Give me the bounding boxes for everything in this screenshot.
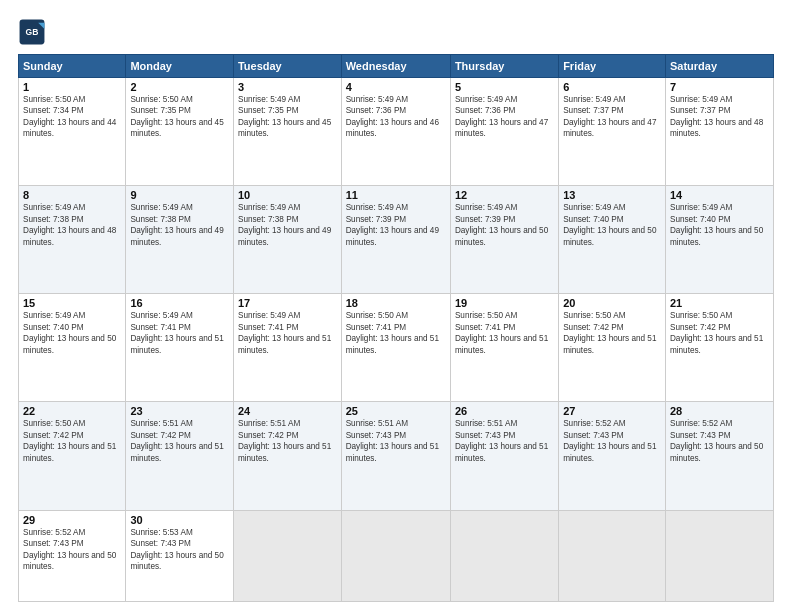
table-row: 3 Sunrise: 5:49 AMSunset: 7:35 PMDayligh…: [233, 78, 341, 186]
table-row: 21 Sunrise: 5:50 AMSunset: 7:42 PMDaylig…: [665, 294, 773, 402]
table-row: 4 Sunrise: 5:49 AMSunset: 7:36 PMDayligh…: [341, 78, 450, 186]
table-row: 6 Sunrise: 5:49 AMSunset: 7:37 PMDayligh…: [559, 78, 666, 186]
empty-cell: [341, 510, 450, 601]
calendar-week-3: 15 Sunrise: 5:49 AMSunset: 7:40 PMDaylig…: [19, 294, 774, 402]
table-row: 11 Sunrise: 5:49 AMSunset: 7:39 PMDaylig…: [341, 186, 450, 294]
table-row: 25 Sunrise: 5:51 AMSunset: 7:43 PMDaylig…: [341, 402, 450, 510]
table-row: 1 Sunrise: 5:50 AMSunset: 7:34 PMDayligh…: [19, 78, 126, 186]
calendar-week-1: 1 Sunrise: 5:50 AMSunset: 7:34 PMDayligh…: [19, 78, 774, 186]
table-row: 23 Sunrise: 5:51 AMSunset: 7:42 PMDaylig…: [126, 402, 234, 510]
col-wednesday: Wednesday: [341, 55, 450, 78]
table-row: 15 Sunrise: 5:49 AMSunset: 7:40 PMDaylig…: [19, 294, 126, 402]
table-row: 16 Sunrise: 5:49 AMSunset: 7:41 PMDaylig…: [126, 294, 234, 402]
table-row: 5 Sunrise: 5:49 AMSunset: 7:36 PMDayligh…: [450, 78, 558, 186]
col-monday: Monday: [126, 55, 234, 78]
table-row: 29 Sunrise: 5:52 AMSunset: 7:43 PMDaylig…: [19, 510, 126, 601]
table-row: 19 Sunrise: 5:50 AMSunset: 7:41 PMDaylig…: [450, 294, 558, 402]
table-row: 18 Sunrise: 5:50 AMSunset: 7:41 PMDaylig…: [341, 294, 450, 402]
col-saturday: Saturday: [665, 55, 773, 78]
col-thursday: Thursday: [450, 55, 558, 78]
table-row: 30 Sunrise: 5:53 AMSunset: 7:43 PMDaylig…: [126, 510, 234, 601]
table-row: 14 Sunrise: 5:49 AMSunset: 7:40 PMDaylig…: [665, 186, 773, 294]
table-row: 7 Sunrise: 5:49 AMSunset: 7:37 PMDayligh…: [665, 78, 773, 186]
table-row: 13 Sunrise: 5:49 AMSunset: 7:40 PMDaylig…: [559, 186, 666, 294]
calendar-table: Sunday Monday Tuesday Wednesday Thursday…: [18, 54, 774, 602]
table-row: 17 Sunrise: 5:49 AMSunset: 7:41 PMDaylig…: [233, 294, 341, 402]
table-row: 9 Sunrise: 5:49 AMSunset: 7:38 PMDayligh…: [126, 186, 234, 294]
table-row: 22 Sunrise: 5:50 AMSunset: 7:42 PMDaylig…: [19, 402, 126, 510]
table-row: 28 Sunrise: 5:52 AMSunset: 7:43 PMDaylig…: [665, 402, 773, 510]
logo-icon: GB: [18, 18, 46, 46]
col-friday: Friday: [559, 55, 666, 78]
svg-text:GB: GB: [26, 27, 39, 37]
col-tuesday: Tuesday: [233, 55, 341, 78]
empty-cell: [559, 510, 666, 601]
table-row: 10 Sunrise: 5:49 AMSunset: 7:38 PMDaylig…: [233, 186, 341, 294]
empty-cell: [665, 510, 773, 601]
calendar-week-5: 29 Sunrise: 5:52 AMSunset: 7:43 PMDaylig…: [19, 510, 774, 601]
logo: GB: [18, 18, 50, 46]
table-row: 24 Sunrise: 5:51 AMSunset: 7:42 PMDaylig…: [233, 402, 341, 510]
calendar-week-4: 22 Sunrise: 5:50 AMSunset: 7:42 PMDaylig…: [19, 402, 774, 510]
table-row: 20 Sunrise: 5:50 AMSunset: 7:42 PMDaylig…: [559, 294, 666, 402]
empty-cell: [450, 510, 558, 601]
table-row: 8 Sunrise: 5:49 AMSunset: 7:38 PMDayligh…: [19, 186, 126, 294]
header: GB: [18, 18, 774, 46]
empty-cell: [233, 510, 341, 601]
day-header-row: Sunday Monday Tuesday Wednesday Thursday…: [19, 55, 774, 78]
table-row: 12 Sunrise: 5:49 AMSunset: 7:39 PMDaylig…: [450, 186, 558, 294]
col-sunday: Sunday: [19, 55, 126, 78]
calendar-week-2: 8 Sunrise: 5:49 AMSunset: 7:38 PMDayligh…: [19, 186, 774, 294]
calendar-page: GB Sunday Monday Tuesday Wednesday Thurs…: [0, 0, 792, 612]
table-row: 26 Sunrise: 5:51 AMSunset: 7:43 PMDaylig…: [450, 402, 558, 510]
table-row: 2 Sunrise: 5:50 AMSunset: 7:35 PMDayligh…: [126, 78, 234, 186]
table-row: 27 Sunrise: 5:52 AMSunset: 7:43 PMDaylig…: [559, 402, 666, 510]
